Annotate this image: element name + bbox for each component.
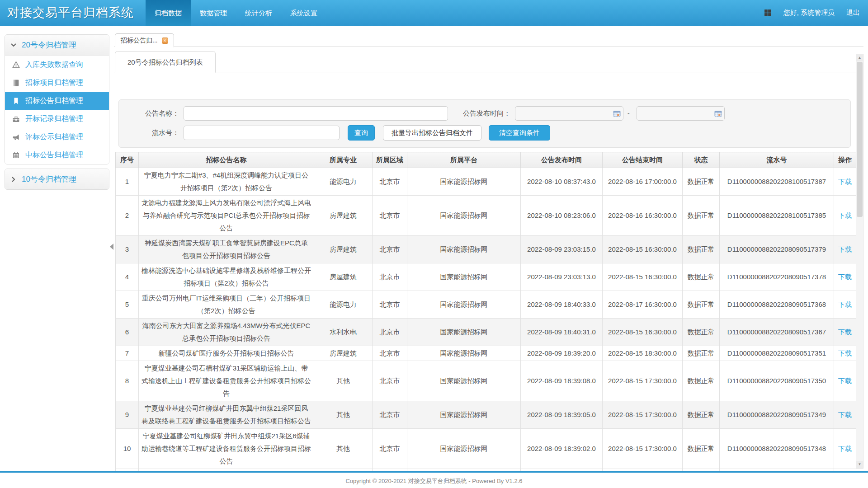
table-cell: 数据正常 (683, 291, 720, 319)
download-link[interactable]: 下载 (838, 411, 852, 418)
table-row[interactable]: 4榆林能源洗选中心基础设施零星修缮及栈桥维修工程公开招标项目（第2次）招标公告房… (116, 263, 856, 291)
scroll-up-icon[interactable]: ▲ (856, 54, 863, 61)
warning-icon (12, 61, 20, 69)
table-cell: 数据正常 (683, 319, 720, 346)
table-row[interactable]: 11宁夏煤业基建公司红柳煤矿井田东翼中组煤21采区运输巷贯通工程矿建设备租赁服务… (116, 469, 856, 471)
table-cell: D1100000088202208090517367 (720, 319, 834, 346)
vertical-scrollbar[interactable]: ▲ ▼ (856, 54, 863, 469)
download-link[interactable]: 下载 (838, 349, 852, 357)
table-cell: 北京市 (373, 429, 407, 469)
export-button[interactable]: 批量导出招标公告归档文件 (383, 125, 481, 141)
announcement-name-input[interactable] (184, 106, 448, 121)
sidebar-group-label: 10号令归档管理 (22, 174, 76, 184)
table-cell: 房屋建筑 (314, 263, 373, 291)
app-title: 对接交易平台归档系统 (0, 0, 146, 26)
table-cell: 数据正常 (683, 263, 720, 291)
download-link[interactable]: 下载 (838, 178, 852, 185)
table-cell: 2022-08-15 16:30:00.0 (603, 319, 683, 346)
table-cell: 北京市 (373, 196, 407, 236)
table-cell: 神延煤炭西湾露天煤矿职工食堂智慧厨房建设EPC总承包项目公开招标项目招标公告 (139, 236, 314, 263)
clear-button[interactable]: 清空查询条件 (489, 125, 550, 141)
table-cell: 数据正常 (683, 346, 720, 361)
table-cell: 宁夏煤业基建公司红柳煤矿井田东翼中组煤21采区6煤辅助运输巷绕道等工程矿建设备租… (139, 429, 314, 469)
table-row[interactable]: 6海南公司东方大田富之源养殖场4.43MW分布式光伏EPC总承包公开招标项目招标… (116, 319, 856, 346)
download-link[interactable]: 下载 (838, 445, 852, 452)
sidebar-item[interactable]: 入库失败数据查询 (5, 56, 109, 74)
tab-label: 招标公告归... (121, 37, 158, 45)
table-row[interactable]: 5重庆公司万州电厂IT运维采购项目（三年）公开招标项目（第2次）招标公告能源电力… (116, 291, 856, 319)
download-link[interactable]: 下载 (838, 273, 852, 281)
table-cell: 重庆公司万州电厂IT运维采购项目（三年）公开招标项目（第2次）招标公告 (139, 291, 314, 319)
nav-item-4[interactable]: 系统设置 (281, 0, 326, 26)
table-cell: 2022-08-15 17:30:00.0 (603, 401, 683, 429)
bookmark-icon (12, 97, 20, 105)
search-panel: 公告名称： 公告发布时间： - (118, 99, 851, 148)
sidebar-item[interactable]: 评标公示归档管理 (5, 128, 109, 146)
table-cell: 其他 (314, 429, 373, 469)
table-cell-action: 下载 (834, 196, 856, 236)
table-row[interactable]: 7新疆公司煤矿医疗服务公开招标项目招标公告房屋建筑北京市国家能源招标网2022-… (116, 346, 856, 361)
table-cell: 海南公司东方大田富之源养殖场4.43MW分布式光伏EPC总承包公开招标项目招标公… (139, 319, 314, 346)
tab-announcement-list[interactable]: 20号令招标公告归档列表 (115, 51, 216, 73)
table-row[interactable]: 1宁夏电力宁东二期#3、#4机组深度调峰能力认定项目公开招标项目（第2次）招标公… (116, 168, 856, 196)
sidebar-item[interactable]: 招标公告归档管理 (5, 92, 109, 110)
calendar-icon[interactable] (714, 110, 722, 117)
table-row[interactable]: 9宁夏煤业基建公司红柳煤矿井田东翼中组煤21采区回风巷及联络巷工程矿建设备租赁服… (116, 401, 856, 429)
table-cell: 国家能源招标网 (407, 291, 521, 319)
table-cell: 数据正常 (683, 361, 720, 401)
sidebar-item-label: 招标公告归档管理 (25, 96, 83, 106)
table-cell: 房屋建筑 (314, 346, 373, 361)
announcement-name-label: 公告名称： (119, 109, 179, 118)
table-cell: 北京市 (373, 168, 407, 196)
table-cell: 2022-08-17 16:30:00.0 (603, 291, 683, 319)
publish-time-to-input[interactable] (637, 106, 725, 121)
scrollbar-thumb[interactable] (857, 62, 863, 217)
nav-item-1[interactable]: 归档数据 (146, 0, 191, 26)
table-cell: 国家能源招标网 (407, 401, 521, 429)
download-link[interactable]: 下载 (838, 211, 852, 219)
top-navbar: 对接交易平台归档系统 归档数据数据管理统计分析系统设置 您好, 系统管理员 退出 (0, 0, 868, 26)
table-cell: 5 (116, 291, 139, 319)
table-cell: 2022-08-09 23:03:15.0 (521, 236, 603, 263)
serial-label: 流水号： (119, 129, 179, 137)
table-cell: 6 (116, 319, 139, 346)
sidebar-item-label: 开标记录归档管理 (25, 114, 83, 124)
panel-body: 公告名称： 公告发布时间： - (114, 94, 863, 471)
table-cell: D1100000088202208090517349 (720, 401, 834, 429)
serial-input[interactable] (184, 126, 340, 140)
footer: Copyright © 2020-2021 对接交易平台归档系统 - Power… (0, 471, 868, 488)
nav-item-3[interactable]: 统计分析 (236, 0, 281, 26)
download-link[interactable]: 下载 (838, 245, 852, 253)
sidebar-item[interactable]: 开标记录归档管理 (5, 110, 109, 128)
sidebar-item-label: 招标项目归档管理 (25, 78, 83, 88)
sidebar-item[interactable]: 中标公告归档管理 (5, 146, 109, 164)
download-link[interactable]: 下载 (838, 377, 852, 385)
table-cell: 2022-08-16 16:30:00.0 (603, 196, 683, 236)
table-row[interactable]: 8宁夏煤业基建公司石槽村煤矿31采区辅助运输上山、带式输送机上山工程矿建设备租赁… (116, 361, 856, 401)
table-row[interactable]: 2龙源电力福建龙源海上风力发电有限公司漂浮式海上风电与养殖融合研究与示范项目PC… (116, 196, 856, 236)
sidebar-group-header[interactable]: 20号令归档管理 (5, 35, 109, 56)
query-button[interactable]: 查询 (348, 125, 375, 141)
tab-bar: 招标公告归... ✕ (114, 33, 863, 47)
table-cell: D1100000088202208100517385 (720, 196, 834, 236)
download-link[interactable]: 下载 (838, 328, 852, 336)
table-row[interactable]: 3神延煤炭西湾露天煤矿职工食堂智慧厨房建设EPC总承包项目公开招标项目招标公告房… (116, 236, 856, 263)
scroll-down-icon[interactable]: ▼ (856, 461, 863, 468)
nav-item-2[interactable]: 数据管理 (191, 0, 236, 26)
publish-time-from-input[interactable] (515, 106, 623, 121)
table-row[interactable]: 10宁夏煤业基建公司红柳煤矿井田东翼中组煤21采区6煤辅助运输巷绕道等工程矿建设… (116, 429, 856, 469)
tab-announcement-archive[interactable]: 招标公告归... ✕ (115, 33, 174, 47)
close-icon[interactable]: ✕ (162, 38, 168, 44)
table-cell-action: 下载 (834, 263, 856, 291)
datagrid: 序号招标公告名称所属专业所属区域所属平台公告发布时间公告结束时间状态流水号操作 … (115, 152, 863, 471)
table-cell-action: 下载 (834, 401, 856, 429)
sidebar-item[interactable]: 招标项目归档管理 (5, 74, 109, 92)
table-cell: 能源电力 (314, 168, 373, 196)
download-link[interactable]: 下载 (838, 300, 852, 308)
sidebar-collapse-handle[interactable] (110, 244, 113, 250)
table-cell: 2 (116, 196, 139, 236)
sidebar-group-header[interactable]: 10号令归档管理 (5, 169, 109, 189)
calendar-icon[interactable] (613, 110, 621, 117)
grid-apps-icon[interactable] (764, 9, 772, 17)
logout-link[interactable]: 退出 (846, 9, 860, 17)
